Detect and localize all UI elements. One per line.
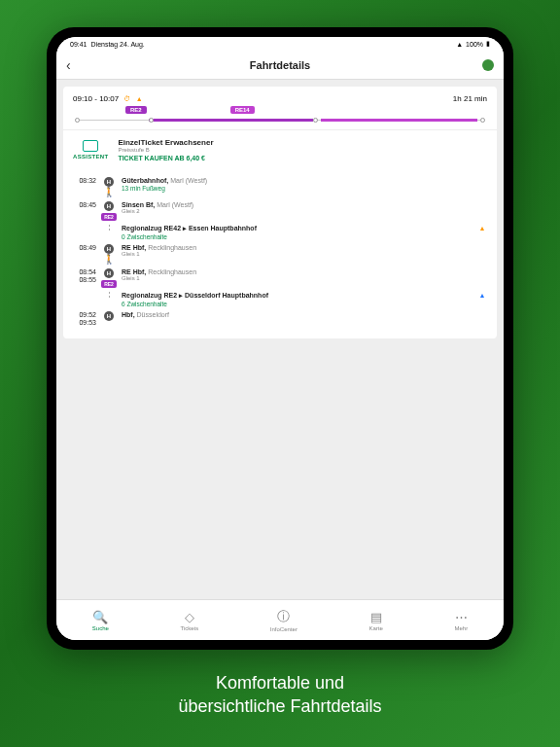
ticket-icon — [83, 140, 98, 152]
line-badge-2: RE14 — [230, 106, 255, 114]
line-badge-1: RE2 — [125, 106, 147, 114]
assistant-button[interactable]: ASSISTENT — [73, 140, 108, 160]
buy-ticket-button[interactable]: TICKET KAUFEN AB 6,40 € — [118, 155, 487, 161]
nav-mehr[interactable]: ⋯ Mehr — [454, 610, 468, 631]
journey-text: Güterbahnhof, Marl (Westf)13 min Fußweg — [122, 177, 472, 192]
journey-time: 08:49 — [73, 244, 96, 252]
journey-list: 08:32H🚶Güterbahnhof, Marl (Westf)13 min … — [63, 169, 497, 338]
haltestelle-icon: H — [104, 268, 114, 278]
time-range: 09:10 - 10:07 — [73, 94, 119, 103]
nav-label: Suche — [92, 625, 109, 631]
nav-label: InfoCenter — [270, 626, 298, 632]
bottom-nav: 🔍 Suche ◇ Tickets ⓘ InfoCenter ▤ Karte ⋯… — [56, 599, 504, 640]
journey-row: 08:45HRE2Sinsen Bf, Marl (Westf)Gleis 2 — [73, 199, 487, 223]
journey-row: 09:5209:53HHbf, Düsseldorf — [73, 309, 487, 329]
journey-text: RE Hbf, RecklinghausenGleis 1 — [122, 268, 472, 281]
haltestelle-icon: H — [104, 311, 114, 321]
nav-tickets[interactable]: ◇ Tickets — [180, 610, 198, 631]
journey-row: 08:32H🚶Güterbahnhof, Marl (Westf)13 min … — [73, 175, 487, 199]
nav-label: Karte — [369, 625, 383, 631]
warning-icon: ▲ — [136, 95, 143, 102]
journey-row: 08:5408:55HRE2RE Hbf, RecklinghausenGlei… — [73, 267, 487, 290]
nav-infocenter[interactable]: ⓘ InfoCenter — [270, 608, 298, 632]
assistant-label: ASSISTENT — [73, 154, 108, 160]
user-avatar-icon[interactable] — [482, 59, 494, 71]
journey-time: 08:45 — [73, 201, 96, 209]
duration: 1h 21 min — [453, 94, 487, 103]
map-icon: ▤ — [370, 610, 382, 624]
summary-section: 09:10 - 10:07 ⏱ ▲ 1h 21 min RE2 RE14 — [63, 87, 497, 129]
header: ‹ Fahrtdetails — [56, 51, 504, 80]
nav-karte[interactable]: ▤ Karte — [369, 610, 383, 631]
walk-icon: 🚶 — [103, 187, 115, 197]
status-bar: 09:41 Dienstag 24. Aug. ▲ 100% ▮ — [56, 37, 504, 51]
journey-node-icon: H🚶 — [102, 244, 116, 265]
marketing-caption: Komfortable und übersichtliche Fahrtdeta… — [178, 671, 381, 719]
content: 09:10 - 10:07 ⏱ ▲ 1h 21 min RE2 RE14 — [56, 80, 504, 599]
journey-text: Sinsen Bf, Marl (Westf)Gleis 2 — [122, 201, 472, 214]
page-title: Fahrtdetails — [250, 59, 310, 71]
haltestelle-icon: H — [104, 201, 114, 211]
walk-icon: 🚶 — [103, 254, 115, 265]
journey-row: Regionalzug RE42 ▸ Essen Hauptbahnhof0 Z… — [73, 223, 487, 242]
alert-icon: ▲ — [477, 292, 487, 299]
journey-time: 08:5408:55 — [73, 268, 96, 284]
ticket-icon: ◇ — [185, 610, 194, 624]
journey-text: Regionalzug RE2 ▸ Düsseldorf Hauptbahnho… — [122, 292, 472, 307]
journey-row: Regionalzug RE2 ▸ Düsseldorf Hauptbahnho… — [73, 290, 487, 309]
nav-label: Mehr — [454, 625, 468, 631]
caption-line1: Komfortable und — [178, 671, 381, 694]
search-icon: 🔍 — [92, 610, 108, 624]
ticket-pricelevel: Preisstufe B — [118, 147, 487, 153]
journey-node-icon — [102, 225, 116, 232]
alert-icon: ▲ — [477, 225, 487, 231]
statusbar-date: Dienstag 24. Aug. — [91, 41, 145, 48]
trip-progress — [75, 118, 485, 124]
screen: 09:41 Dienstag 24. Aug. ▲ 100% ▮ ‹ Fahrt… — [56, 37, 504, 640]
journey-node-icon — [102, 292, 116, 300]
nav-suche[interactable]: 🔍 Suche — [92, 610, 109, 631]
journey-text: Hbf, Düsseldorf — [122, 311, 472, 318]
info-icon: ⓘ — [277, 608, 290, 625]
caption-line2: übersichtliche Fahrtdetails — [178, 694, 381, 718]
journey-row: 08:49H🚶RE Hbf, RecklinghausenGleis 1 — [73, 242, 487, 267]
haltestelle-icon: H — [104, 177, 114, 187]
line-badge: RE2 — [101, 280, 117, 288]
journey-time: 09:5209:53 — [73, 311, 96, 327]
haltestelle-icon: H — [104, 244, 114, 254]
battery-icon: ▮ — [486, 40, 490, 48]
battery-label: 100% — [466, 41, 483, 48]
ticket-title: EinzelTicket Erwachsener — [118, 138, 487, 147]
ticket-section: ASSISTENT EinzelTicket Erwachsener Preis… — [63, 129, 497, 169]
journey-time: 08:32 — [73, 177, 96, 185]
journey-text: RE Hbf, RecklinghausenGleis 1 — [122, 244, 472, 257]
back-button[interactable]: ‹ — [66, 57, 71, 73]
wifi-icon: ▲ — [456, 41, 463, 48]
details-card: 09:10 - 10:07 ⏱ ▲ 1h 21 min RE2 RE14 — [63, 87, 497, 338]
journey-text: Regionalzug RE42 ▸ Essen Hauptbahnhof0 Z… — [122, 225, 472, 240]
nav-label: Tickets — [180, 625, 198, 631]
journey-node-icon: HRE2 — [102, 268, 116, 288]
more-icon: ⋯ — [455, 610, 468, 624]
journey-node-icon: H🚶 — [102, 177, 116, 197]
journey-node-icon: H — [102, 311, 116, 321]
statusbar-time: 09:41 — [70, 41, 88, 48]
journey-node-icon: HRE2 — [102, 201, 116, 221]
clock-icon: ⏱ — [123, 95, 130, 102]
tablet-frame: 09:41 Dienstag 24. Aug. ▲ 100% ▮ ‹ Fahrt… — [47, 27, 513, 650]
line-badge: RE2 — [101, 213, 117, 221]
